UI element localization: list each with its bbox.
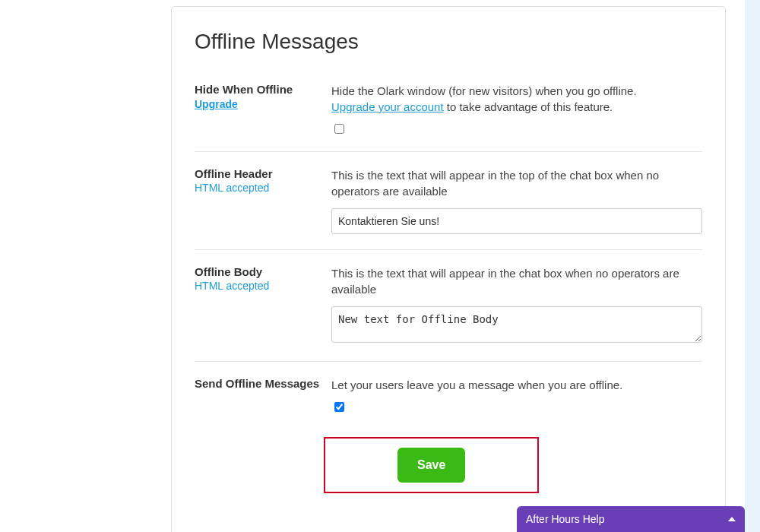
send-offline-checkbox[interactable] (334, 402, 344, 412)
hide-when-offline-checkbox[interactable] (334, 124, 344, 134)
offline-header-desc: This is the text that will appear in the… (331, 167, 702, 199)
row-right: Hide the Olark window (for new visitors)… (331, 83, 702, 136)
chevron-up-icon (728, 517, 736, 521)
row-send-offline: Send Offline Messages Let your users lea… (195, 361, 702, 429)
after-hours-help-label: After Hours Help (526, 513, 604, 525)
save-button[interactable]: Save (397, 448, 465, 483)
offline-body-textarea[interactable] (331, 306, 702, 343)
row-right: This is the text that will appear in the… (331, 265, 702, 346)
hide-desc-line1: Hide the Olark window (for new visitors)… (331, 84, 637, 97)
row-left: Offline Header HTML accepted (195, 167, 331, 234)
hide-when-offline-desc: Hide the Olark window (for new visitors)… (331, 83, 702, 115)
offline-header-note: HTML accepted (195, 182, 331, 194)
row-left: Offline Body HTML accepted (195, 265, 331, 346)
upgrade-link-left[interactable]: Upgrade (195, 98, 238, 110)
row-left: Hide When Offline Upgrade (195, 83, 331, 136)
hide-when-offline-label: Hide When Offline (195, 83, 331, 96)
save-highlight-box: Save (324, 437, 539, 493)
offline-body-note: HTML accepted (195, 280, 331, 292)
row-right: This is the text that will appear in the… (331, 167, 702, 234)
send-offline-desc: Let your users leave you a message when … (331, 377, 702, 393)
offline-header-label: Offline Header (195, 167, 331, 180)
offline-body-label: Offline Body (195, 265, 331, 278)
offline-header-input[interactable] (331, 208, 702, 234)
row-left: Send Offline Messages (195, 377, 331, 414)
row-offline-header: Offline Header HTML accepted This is the… (195, 151, 702, 249)
hide-desc-post: to take advantage of this feature. (444, 100, 613, 113)
send-offline-label: Send Offline Messages (195, 377, 331, 390)
page-right-band (745, 0, 760, 532)
upgrade-account-link[interactable]: Upgrade your account (331, 100, 444, 113)
row-hide-when-offline: Hide When Offline Upgrade Hide the Olark… (195, 77, 702, 151)
offline-messages-panel: Offline Messages Hide When Offline Upgra… (171, 6, 726, 532)
page-title: Offline Messages (195, 30, 702, 54)
offline-body-desc: This is the text that will appear in the… (331, 265, 702, 297)
row-offline-body: Offline Body HTML accepted This is the t… (195, 249, 702, 361)
row-right: Let your users leave you a message when … (331, 377, 702, 414)
after-hours-help-bar[interactable]: After Hours Help (517, 506, 745, 532)
